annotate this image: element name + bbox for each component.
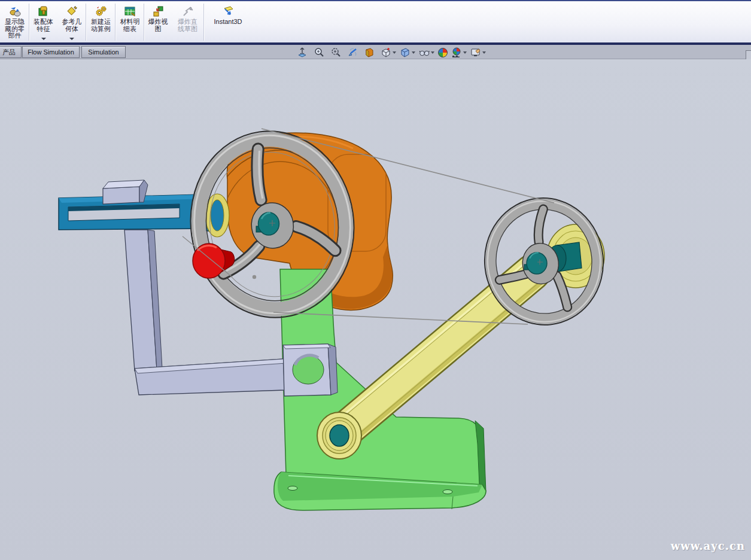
assembly-features-dropdown[interactable] xyxy=(41,38,46,40)
view-orientation-dropdown[interactable] xyxy=(393,51,396,54)
show-hidden-components-button[interactable]: 显示隐 藏的零 部件 xyxy=(0,2,29,42)
assembly-features-button[interactable]: 装配体 特征 xyxy=(29,2,57,42)
zoom-to-area-icon[interactable] xyxy=(330,47,341,58)
display-style-icon[interactable] xyxy=(400,47,411,58)
new-motion-study-button[interactable]: 新建运 动算例 xyxy=(86,2,115,42)
graphics-viewport[interactable]: www.ayc.cn xyxy=(0,59,751,560)
toolbar-separator xyxy=(203,4,205,41)
follower-slider-block[interactable] xyxy=(103,180,148,204)
exploded-view-button[interactable]: 爆炸视 图 xyxy=(144,2,172,42)
assembly-scene xyxy=(0,59,751,560)
edit-appearance-icon[interactable] xyxy=(437,47,448,58)
instant3d-icon xyxy=(221,5,235,18)
show-hidden-components-icon xyxy=(8,5,22,18)
origin-point xyxy=(253,275,256,279)
toolbar-separator xyxy=(115,4,116,41)
explode-line-sketch-button: 爆炸直 线草图 xyxy=(172,2,203,42)
view-settings-dropdown[interactable] xyxy=(482,51,486,54)
view-orientation-icon[interactable] xyxy=(381,47,391,58)
exploded-view-icon xyxy=(151,5,165,18)
reference-geometry-icon xyxy=(65,5,78,18)
assembly-features-icon xyxy=(37,5,50,18)
arm-pivot[interactable] xyxy=(317,412,361,459)
view-settings-icon[interactable] xyxy=(470,47,481,58)
zoom-in-out-icon[interactable] xyxy=(314,47,324,58)
watermark: www.ayc.cn xyxy=(671,540,745,552)
hide-show-items-icon[interactable] xyxy=(419,47,430,58)
toolbar-separator xyxy=(29,4,30,41)
bracket-hole xyxy=(293,355,324,384)
base-hole xyxy=(288,486,297,491)
section-view-icon[interactable] xyxy=(364,47,375,58)
tab-flow-simulation[interactable]: Flow Simulation xyxy=(22,46,80,58)
pivot-pin xyxy=(330,425,349,446)
reference-geometry-button[interactable]: 参考几 何体 xyxy=(57,2,86,42)
toolbar-separator xyxy=(144,4,145,41)
rotate-view-icon[interactable] xyxy=(347,47,358,58)
hide-show-items-dropdown[interactable] xyxy=(431,51,434,54)
instant3d-button[interactable]: Instant3D xyxy=(203,2,253,42)
reference-geometry-dropdown[interactable] xyxy=(69,38,74,40)
bill-of-materials-button[interactable]: 材料明 细表 xyxy=(115,2,144,42)
explode-line-sketch-icon xyxy=(181,5,194,18)
document-tab-row: 产品 Flow Simulation Simulation xyxy=(0,45,751,59)
apply-scene-icon[interactable] xyxy=(451,47,462,58)
base-hole xyxy=(443,490,452,494)
tab-product[interactable]: 产品 xyxy=(0,46,22,58)
display-style-dropdown[interactable] xyxy=(412,51,415,54)
bill-of-materials-icon xyxy=(123,5,136,18)
zoom-to-fit-icon[interactable] xyxy=(297,47,308,58)
toolbar-separator xyxy=(86,4,87,41)
command-toolbar: 显示隐 藏的零 部件 装配体 特征 参考几 何体 新建运 动算例 材料明 细表 xyxy=(0,0,751,44)
apply-scene-dropdown[interactable] xyxy=(463,51,467,54)
tab-simulation[interactable]: Simulation xyxy=(81,46,126,58)
new-motion-study-icon xyxy=(95,5,108,18)
